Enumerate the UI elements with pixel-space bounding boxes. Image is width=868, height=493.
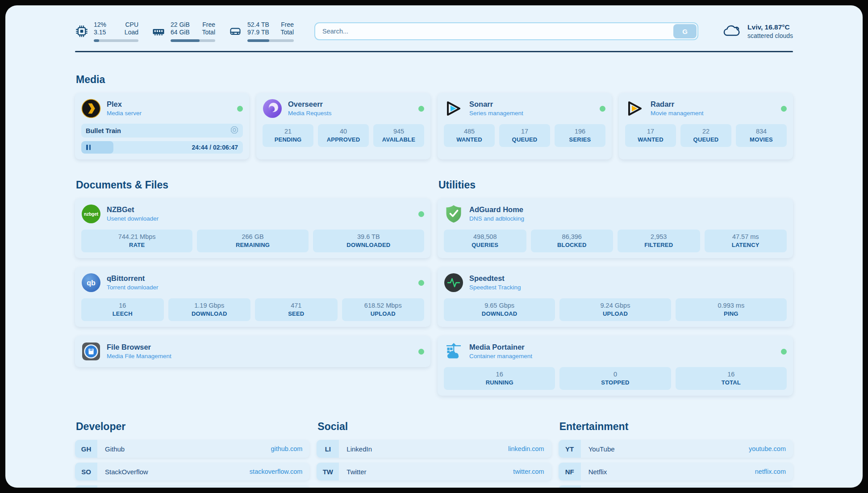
link-row-reddit[interactable]: RE Reddit reddit.com (559, 485, 793, 488)
link-url[interactable]: netflix.com (755, 468, 786, 475)
app-card-filebrowser[interactable]: File Browser Media File Management (75, 336, 430, 367)
link-row-linkedin[interactable]: LI LinkedIn linkedin.com (317, 440, 551, 458)
playback-progress-bar[interactable]: 24:44 / 02:06:47 (81, 141, 243, 154)
app-name: Sonarr (469, 100, 523, 109)
app-card-nzbget[interactable]: nzbget NZBGet Usenet downloader 744.21 M… (75, 198, 430, 258)
app-card-adguard[interactable]: AdGuard Home DNS and adblocking 498,508 … (438, 198, 793, 258)
app-card-speedtest[interactable]: Speedtest Speedtest Tracking 9.65 Gbps D… (438, 267, 793, 327)
app-name: qBittorrent (107, 274, 159, 283)
stat-tile: 485 WANTED (444, 124, 495, 147)
link-row-twitter[interactable]: TW Twitter twitter.com (317, 463, 551, 480)
link-name: LinkedIn (346, 445, 372, 453)
section-developer: Developer GH Github github.com SO StackO… (75, 421, 309, 488)
link-badge: SO (75, 463, 97, 480)
status-dot (237, 106, 243, 112)
stat-tile: 0.993 ms PING (676, 298, 787, 321)
link-url[interactable]: twitter.com (513, 468, 544, 475)
pause-icon (86, 145, 91, 150)
link-badge: NF (559, 463, 581, 480)
svg-text:qb: qb (87, 279, 96, 287)
link-row-netflix[interactable]: NF Netflix netflix.com (559, 463, 793, 480)
radarr-icon (625, 99, 645, 118)
cpu-progress-bar (94, 39, 138, 42)
ram-stat: 22 GiB 64 GiB Free Total (152, 21, 215, 42)
link-url[interactable]: youtube.com (749, 445, 786, 452)
link-name: Netflix (588, 468, 607, 476)
overseerr-icon (263, 99, 282, 118)
link-url[interactable]: linkedin.com (508, 445, 544, 452)
app-name: NZBGet (107, 205, 159, 214)
search-engine-button[interactable]: G (673, 24, 697, 38)
stat-tile: 16 RUNNING (444, 367, 555, 390)
section-media: Media Plex Media server (75, 74, 793, 159)
status-dot (418, 349, 424, 355)
adguard-icon (444, 204, 463, 224)
weather-widget[interactable]: Lviv, 16.87°C scattered clouds (722, 23, 793, 40)
link-name: Twitter (346, 468, 366, 476)
link-badge: RE (559, 485, 581, 488)
app-name: Speedtest (469, 274, 521, 283)
app-card-qbittorrent[interactable]: qb qBittorrent Torrent downloader 16 LEE… (75, 267, 430, 327)
stat-tile: 945 AVAILABLE (373, 124, 424, 147)
stat-tile: 16 TOTAL (676, 367, 787, 390)
ram-free-value: 22 GiB (171, 21, 190, 29)
status-dot (418, 280, 424, 286)
cpu-usage-label: CPU (125, 21, 138, 29)
media-section-title: Media (76, 74, 793, 86)
link-row-stackoverflow[interactable]: SO StackOverflow stackoverflow.com (75, 463, 309, 480)
app-card-portainer[interactable]: Media Portainer Container management 16 … (438, 336, 793, 396)
app-card-plex[interactable]: Plex Media server Bullet Train (75, 93, 249, 159)
stat-tile: 17 WANTED (625, 124, 676, 147)
stat-tile: 47.57 ms LATENCY (705, 230, 787, 252)
portainer-icon (444, 342, 463, 361)
cpu-usage-value: 12% (94, 21, 106, 29)
speedtest-icon (444, 273, 463, 292)
status-dot (418, 106, 424, 112)
stat-tile: 39.6 TB DOWNLOADED (313, 230, 424, 252)
status-dot (781, 349, 787, 355)
playback-time: 24:44 / 02:06:47 (192, 144, 243, 151)
link-badge: DT (75, 485, 97, 488)
stat-tile: 744.21 Mbps RATE (81, 230, 192, 252)
cpu-icon (75, 25, 88, 38)
system-stats: 12% 3.15 CPU Load (75, 21, 294, 42)
entertainment-section-title: Entertainment (559, 421, 793, 433)
app-name: Media Portainer (469, 343, 532, 352)
app-subtitle: DNS and adblocking (469, 215, 524, 223)
ram-total-label: Total (202, 29, 215, 37)
link-badge: GH (75, 440, 97, 458)
svg-text:nzbget: nzbget (84, 212, 99, 217)
stat-tile: 86,396 BLOCKED (531, 230, 613, 252)
app-subtitle: Media server (107, 110, 142, 117)
link-row-youtube[interactable]: YT YouTube youtube.com (559, 440, 793, 458)
link-url[interactable]: github.com (271, 445, 302, 452)
cloud-icon (722, 23, 742, 40)
app-subtitle: Usenet downloader (107, 215, 159, 223)
app-card-radarr[interactable]: Radarr Movie management 17 WANTED 22 QUE… (619, 93, 793, 159)
stat-tile: 9.65 Gbps DOWNLOAD (444, 298, 555, 321)
social-section-title: Social (317, 421, 551, 433)
link-url[interactable]: stackoverflow.com (250, 468, 302, 475)
weather-condition: scattered clouds (747, 32, 793, 40)
link-row-github[interactable]: GH Github github.com (75, 440, 309, 458)
plex-icon (81, 99, 101, 118)
ram-total-value: 64 GiB (171, 29, 190, 37)
disk-stat: 52.4 TB 97.9 TB Free Total (229, 21, 294, 42)
utilities-section-title: Utilities (438, 179, 793, 191)
section-documents: Documents & Files nzbget NZBGet U (75, 179, 430, 367)
app-name: Plex (107, 100, 142, 109)
stat-tile: 834 MOVIES (736, 124, 787, 147)
qbittorrent-icon: qb (81, 273, 101, 292)
header-divider (75, 51, 793, 52)
search-input[interactable] (314, 22, 698, 40)
disk-free-value: 52.4 TB (247, 21, 269, 29)
status-dot (600, 106, 605, 112)
stat-tile: 618.52 Mbps UPLOAD (342, 298, 425, 321)
filebrowser-icon (81, 342, 101, 361)
app-card-overseerr[interactable]: Overseerr Media Requests 21 PENDING 40 A… (256, 93, 430, 159)
link-row-dev[interactable]: DT DEV dev.to (75, 485, 309, 488)
cpu-load-value: 3.15 (94, 29, 106, 37)
app-card-sonarr[interactable]: Sonarr Series management 485 WANTED 17 Q… (438, 93, 612, 159)
status-dot (418, 211, 424, 217)
stat-tile: 2,953 FILTERED (618, 230, 700, 252)
